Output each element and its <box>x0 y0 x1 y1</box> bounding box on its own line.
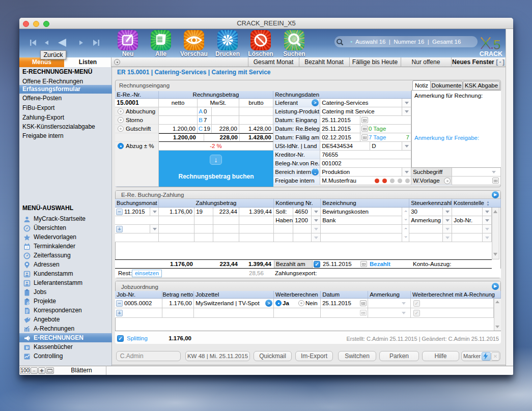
svg-text:5: 5 <box>493 37 500 50</box>
